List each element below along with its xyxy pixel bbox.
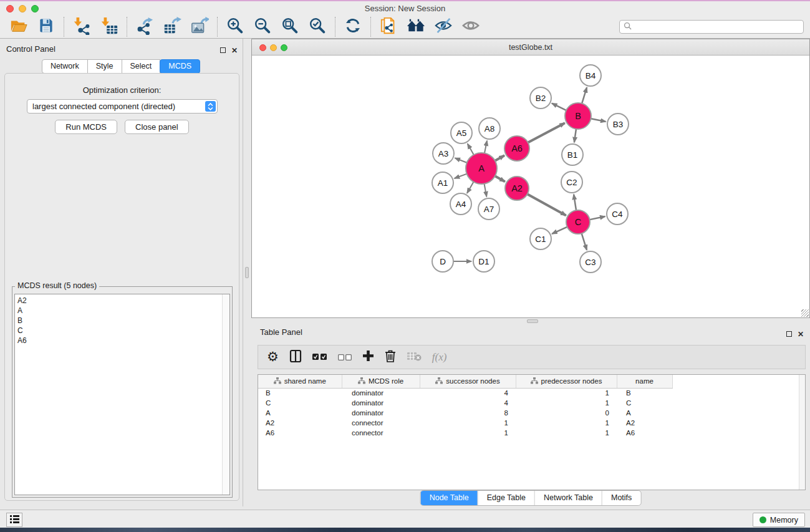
- graph-edge-B-B2[interactable]: [552, 104, 567, 111]
- tab-edge-table[interactable]: Edge Table: [478, 491, 534, 505]
- column-header-name[interactable]: name: [617, 375, 672, 388]
- table-cell[interactable]: B: [617, 388, 672, 398]
- mcds-result-item[interactable]: A: [17, 306, 229, 316]
- memory-button[interactable]: Memory: [753, 513, 805, 527]
- close-panel-icon[interactable]: ✕: [231, 44, 238, 56]
- table-cell[interactable]: A2: [617, 418, 672, 428]
- float-panel-icon[interactable]: [220, 44, 226, 56]
- table-cell[interactable]: 1: [516, 428, 617, 438]
- float-panel-icon[interactable]: [786, 328, 792, 339]
- window-resize-grip[interactable]: [801, 309, 809, 317]
- graph-edge-C-C3[interactable]: [581, 233, 587, 250]
- table-cell[interactable]: C: [617, 398, 672, 408]
- export-network-button[interactable]: [132, 16, 157, 37]
- column-header-successor-nodes[interactable]: successor nodes: [420, 375, 516, 388]
- zoom-out-button[interactable]: [250, 16, 275, 37]
- table-cell[interactable]: 1: [516, 388, 617, 398]
- graph-edge-A-A8[interactable]: [485, 141, 487, 154]
- table-cell[interactable]: A: [258, 408, 342, 418]
- mcds-result-item[interactable]: A6: [17, 336, 229, 346]
- table-scrollbar[interactable]: [799, 375, 805, 490]
- table-cell[interactable]: dominator: [342, 408, 420, 418]
- new-network-from-selection-button[interactable]: [376, 16, 401, 37]
- column-header-shared-name[interactable]: shared name: [258, 375, 342, 388]
- table-cell[interactable]: 8: [420, 408, 516, 418]
- export-table-button[interactable]: [160, 16, 185, 37]
- import-network-button[interactable]: [69, 16, 94, 37]
- graph-edge-B-B1[interactable]: [574, 128, 576, 142]
- show-selected-button[interactable]: [458, 16, 483, 37]
- graph-edge-A6-B[interactable]: [528, 123, 565, 143]
- table-cell[interactable]: 4: [420, 388, 516, 398]
- save-session-button[interactable]: [34, 16, 59, 37]
- close-panel-icon[interactable]: ✕: [798, 328, 804, 339]
- tab-motifs[interactable]: Motifs: [602, 491, 640, 505]
- table-cell[interactable]: 4: [420, 398, 516, 408]
- tab-select[interactable]: Select: [122, 59, 161, 74]
- column-header-MCDS-role[interactable]: MCDS role: [342, 375, 420, 388]
- graph-edge-A2-C[interactable]: [527, 194, 566, 216]
- mcds-list-scrollbar[interactable]: [222, 294, 229, 495]
- table-cell[interactable]: 1: [516, 418, 617, 428]
- table-cell[interactable]: A2: [258, 418, 342, 428]
- criterion-select[interactable]: largest connected component (directed): [27, 99, 218, 114]
- export-image-button[interactable]: [187, 16, 212, 37]
- column-header-predecessor-nodes[interactable]: predecessor nodes: [516, 375, 617, 388]
- mcds-result-item[interactable]: C: [17, 326, 229, 336]
- table-cell[interactable]: C: [258, 398, 342, 408]
- table-row[interactable]: Adominator80A: [258, 408, 672, 418]
- table-cell[interactable]: dominator: [342, 398, 420, 408]
- mcds-result-item[interactable]: B: [17, 316, 229, 326]
- graph-edge-C-C1[interactable]: [552, 226, 567, 233]
- close-panel-button[interactable]: Close panel: [125, 120, 189, 134]
- graph-edge-A-A1[interactable]: [455, 173, 468, 178]
- open-session-button[interactable]: [6, 16, 31, 37]
- graph-edge-C-C2[interactable]: [574, 195, 576, 211]
- table-row[interactable]: A2connector11A2: [258, 418, 672, 428]
- graph-edge-A-A5[interactable]: [468, 143, 474, 155]
- zoom-fit-button[interactable]: [277, 16, 302, 37]
- table-cell[interactable]: 1: [420, 428, 516, 438]
- hide-selected-button[interactable]: [431, 16, 456, 37]
- delete-column-button[interactable]: [385, 349, 396, 365]
- graph-edge-A-A4[interactable]: [467, 181, 474, 193]
- select-all-columns-button[interactable]: [312, 352, 327, 363]
- zoom-selected-button[interactable]: [305, 16, 330, 37]
- refresh-button[interactable]: [340, 16, 365, 37]
- table-cell[interactable]: B: [258, 388, 342, 398]
- table-cell[interactable]: 1: [516, 398, 617, 408]
- mcds-result-list[interactable]: A2ABCA6: [14, 294, 230, 495]
- show-all-networks-button[interactable]: [403, 16, 428, 37]
- tab-style[interactable]: Style: [87, 59, 122, 74]
- table-settings-button[interactable]: ⚙: [267, 351, 279, 364]
- graph-edge-A-A6[interactable]: [494, 155, 504, 161]
- mcds-result-item[interactable]: A2: [17, 296, 229, 306]
- table-cell[interactable]: connector: [342, 418, 420, 428]
- table-cell[interactable]: A6: [617, 428, 672, 438]
- zoom-in-button[interactable]: [223, 16, 248, 37]
- table-row[interactable]: Cdominator41C: [258, 398, 672, 408]
- tab-node-table[interactable]: Node Table: [421, 491, 478, 505]
- graph-edge-A-A7[interactable]: [484, 183, 486, 197]
- run-mcds-button[interactable]: Run MCDS: [55, 120, 117, 134]
- table-cell[interactable]: A6: [258, 428, 342, 438]
- tab-network-table[interactable]: Network Table: [534, 491, 602, 505]
- table-cell[interactable]: 1: [420, 418, 516, 428]
- add-column-button[interactable]: [362, 350, 374, 364]
- table-row[interactable]: A6connector11A6: [258, 428, 672, 438]
- task-history-button[interactable]: [6, 513, 22, 527]
- import-table-button[interactable]: [97, 16, 122, 37]
- table-cell[interactable]: connector: [342, 428, 420, 438]
- search-input[interactable]: [634, 22, 799, 31]
- vertical-splitter-handle[interactable]: [245, 267, 249, 278]
- table-row[interactable]: Bdominator41B: [258, 388, 672, 398]
- table-cell[interactable]: dominator: [342, 388, 420, 398]
- graph-edge-A-A3[interactable]: [455, 158, 468, 163]
- network-canvas[interactable]: B4B2BB3A8A5A6A3B1AA1C2A2A4A7C4CC1C3DD1: [252, 56, 809, 317]
- tab-network[interactable]: Network: [42, 59, 88, 74]
- graph-edge-B-B4[interactable]: [582, 87, 587, 104]
- show-columns-button[interactable]: [289, 349, 302, 365]
- deselect-all-columns-button[interactable]: [338, 352, 352, 363]
- search-field[interactable]: [619, 20, 804, 34]
- graph-edge-A-A2[interactable]: [494, 176, 505, 181]
